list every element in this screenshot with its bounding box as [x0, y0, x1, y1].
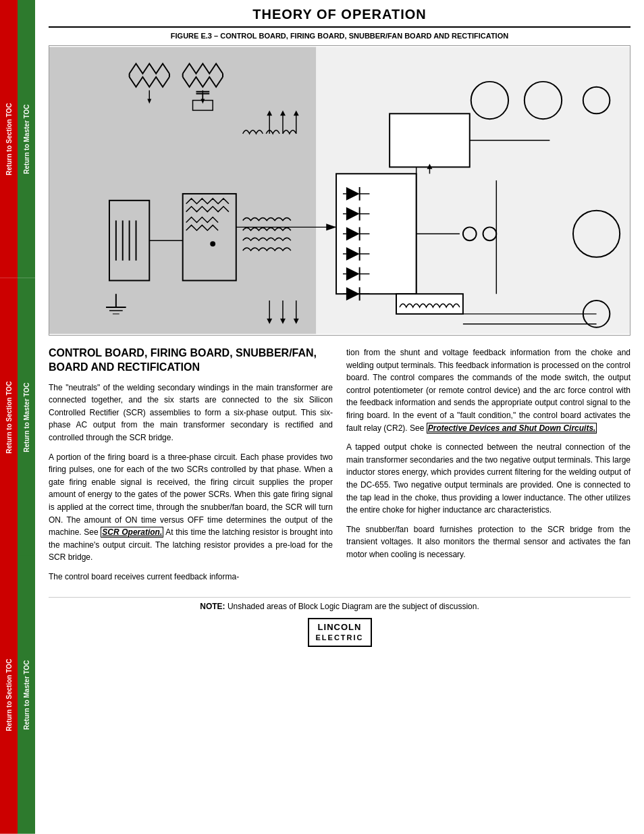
right-column: tion from the shunt and voltage feedback… [346, 346, 630, 590]
logo-container: LINCOLN ELECTRIC [49, 618, 630, 647]
right-para-3: The snubber/fan board furnishes protecti… [346, 523, 630, 561]
transformer-dot [210, 241, 215, 246]
body-columns: CONTROL BOARD, FIRING BOARD, SNUBBER/FAN… [49, 346, 630, 590]
lincoln-electric-logo: LINCOLN ELECTRIC [308, 618, 372, 647]
section-toc-2[interactable]: Return to Section TOC [0, 278, 18, 556]
body-para-2: A portion of the firing board is a three… [49, 451, 333, 564]
figure-caption: FIGURE E.3 – CONTROL BOARD, FIRING BOARD… [49, 32, 630, 40]
shaded-area [49, 47, 316, 334]
note-text: NOTE: Unshaded areas of Block Logic Diag… [200, 602, 479, 611]
main-content: THEORY OF OPERATION FIGURE E.3 – CONTROL… [35, 0, 644, 660]
section-toc-col[interactable]: Return to Section TOC Return to Section … [0, 0, 18, 834]
control-board-rect [390, 113, 470, 167]
body-para-3: The control board receives current feedb… [49, 571, 333, 583]
protective-devices-link[interactable]: Protective Devices and Shut Down Circuit… [427, 423, 597, 434]
circuit-diagram [49, 45, 630, 336]
diagram-svg [49, 46, 630, 335]
left-column: CONTROL BOARD, FIRING BOARD, SNUBBER/FAN… [49, 346, 333, 590]
section-toc-1[interactable]: Return to Section TOC [0, 0, 18, 278]
right-para-1: tion from the shunt and voltage feedback… [346, 346, 630, 434]
master-toc-3[interactable]: Return to Master TOC [18, 556, 35, 834]
logo-name: LINCOLN [316, 622, 364, 633]
right-para-2: A tapped output choke is connected betwe… [346, 441, 630, 517]
section-toc-3[interactable]: Return to Section TOC [0, 556, 18, 834]
scr-operation-link[interactable]: SCR Operation. [101, 527, 163, 538]
master-toc-1[interactable]: Return to Master TOC [18, 0, 35, 278]
side-tabs: Return to Section TOC Return to Section … [0, 0, 35, 834]
note-bar: NOTE: Unshaded areas of Block Logic Diag… [49, 597, 630, 611]
master-toc-2[interactable]: Return to Master TOC [18, 278, 35, 556]
master-toc-col[interactable]: Return to Master TOC Return to Master TO… [18, 0, 35, 834]
section-heading: CONTROL BOARD, FIRING BOARD, SNUBBER/FAN… [49, 346, 333, 375]
logo-tagline: ELECTRIC [316, 633, 364, 642]
page-title: THEORY OF OPERATION [49, 7, 630, 28]
body-para-1: The "neutrals" of the welding secondary … [49, 382, 333, 444]
